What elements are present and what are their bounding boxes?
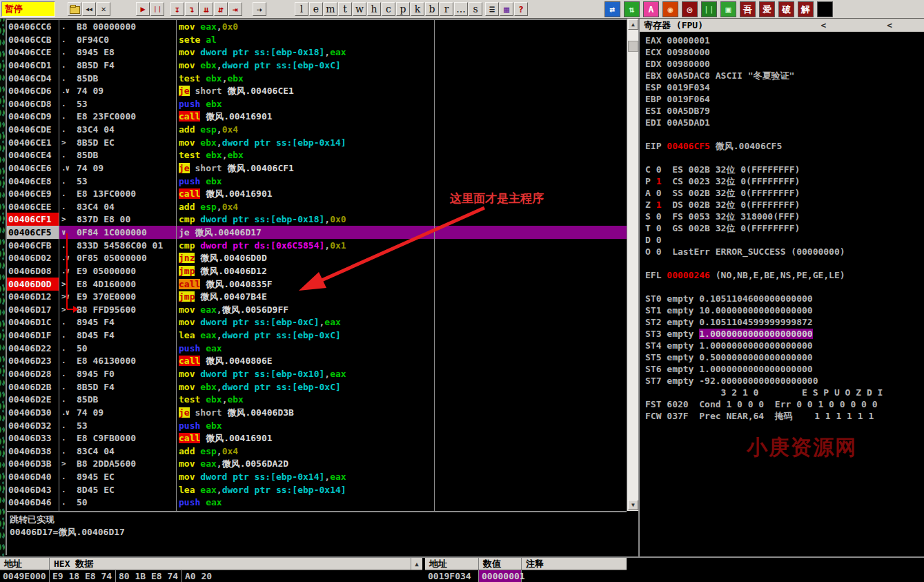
register-line[interactable]: S 0 FS 0053 32位 318000(FFF) — [645, 211, 800, 222]
disasm-row[interactable]: 00406D2B.8B5D F4mov ebx,dword ptr ss:[eb… — [7, 380, 627, 394]
disasm-row[interactable]: 00406D1F.8D45 F4lea eax,dword ptr ss:[eb… — [7, 329, 627, 342]
register-line[interactable]: ST7 empty -92.000000000000000000 — [645, 375, 818, 387]
column-separator[interactable] — [434, 20, 435, 511]
disasm-row[interactable]: 00406CD4.85DBtest ebx,ebx — [7, 72, 627, 85]
plugin-target-icon[interactable]: ◉ — [662, 1, 678, 17]
pause-icon[interactable]: ❘❘ — [150, 2, 164, 16]
windows-icon[interactable]: ▦ — [500, 2, 513, 16]
letter-button-dotdotdot[interactable]: ... — [454, 2, 468, 16]
register-line[interactable]: EFL 00000246 (NO,NB,E,BE,NS,PE,GE,LE) — [645, 269, 845, 281]
letter-button-r[interactable]: r — [440, 2, 453, 16]
letter-button-b[interactable]: b — [425, 2, 439, 16]
stack-row[interactable]: 0019F034 00000001 — [425, 570, 627, 582]
run-icon[interactable]: ▶ — [136, 2, 150, 16]
plugin-swap-icon[interactable]: ⇄ — [604, 1, 620, 17]
info-pane[interactable]: 跳转已实现 00406D17=微风.00406D17 — [6, 511, 627, 555]
register-line[interactable]: ST5 empty 0.5000000000000000000 — [645, 351, 813, 363]
letter-button-t[interactable]: t — [338, 2, 352, 16]
disasm-row[interactable]: 00406D32.53push ebx — [7, 419, 627, 432]
register-line[interactable]: FST 6020 Cond 1 0 0 0 Err 0 0 1 0 0 0 0 … — [645, 398, 878, 410]
dump-row[interactable]: 0049E000 E9 18 E8 74 80 1B E8 74 A0 20 — [0, 570, 422, 582]
disasm-row[interactable]: 00406CDE.83C4 04add esp,0x4 — [7, 123, 627, 136]
disasm-row[interactable]: 00406D46.50push eax — [7, 496, 627, 509]
plugin-columns-icon[interactable]: ❘❘ — [701, 1, 717, 17]
column-separator[interactable] — [59, 20, 59, 511]
disasm-row[interactable]: 00406CE1>8B5D ECmov ebx,dword ptr ss:[eb… — [7, 136, 627, 149]
disasm-scrollbar[interactable]: ▲ ▼ — [627, 19, 638, 511]
register-line[interactable]: Z 1 DS 002B 32位 0(FFFFFFFF) — [645, 199, 800, 211]
register-line[interactable]: ESP 0019F034 — [645, 81, 710, 93]
register-line[interactable]: A 0 SS 002B 32位 0(FFFFFFFF) — [645, 187, 800, 199]
letter-button-w[interactable]: w — [353, 2, 366, 16]
register-line[interactable]: FCW 037F Prec NEAR,64 掩码 1 1 1 1 1 1 — [645, 410, 874, 422]
disasm-row[interactable]: 00406CD6.∨74 09je short 微风.00406CE1 — [7, 84, 627, 97]
letter-button-h[interactable]: h — [367, 2, 381, 16]
disasm-row[interactable]: 00406CF5∨0F84 1C000000je 微风.00406D17 — [7, 226, 627, 239]
step-into-icon[interactable]: ↧ — [170, 2, 184, 16]
register-line[interactable]: EBP 0019F064 — [645, 93, 710, 105]
column-separator[interactable] — [176, 20, 177, 511]
register-line[interactable]: P 1 CS 0023 32位 0(FFFFFFFF) — [645, 175, 800, 187]
letter-button-m[interactable]: m — [324, 2, 337, 16]
disasm-row[interactable]: 00406D0D>E8 4D160000call 微风.0040835F — [7, 278, 627, 291]
restart-icon[interactable]: ◀◀ — [82, 2, 96, 16]
scroll-thumb[interactable] — [628, 41, 638, 52]
step-over-icon[interactable]: ↴ — [185, 2, 199, 16]
plugin-wu-icon[interactable]: 吾 — [740, 1, 756, 17]
disasm-row[interactable]: 00406D33.E8 C9FB0000call 微风.00416901 — [7, 431, 627, 445]
disasm-row[interactable]: 00406CD8.53push ebx — [7, 97, 627, 110]
disasm-row[interactable]: 00406CF1>837D E8 00cmp dword ptr ss:[ebp… — [7, 213, 627, 226]
letter-button-e[interactable]: e — [309, 2, 323, 16]
register-line[interactable]: ST1 empty 10.000000000000000000 — [645, 304, 813, 316]
disasm-row[interactable]: 00406CC6.B8 00000000mov eax,0x0 — [7, 20, 627, 33]
disasm-row[interactable]: 00406CE4.85DBtest ebx,ebx — [7, 148, 627, 162]
register-line[interactable]: T 0 GS 002B 32位 0(FFFFFFFF) — [645, 222, 800, 234]
register-line[interactable]: EDX 00980000 — [645, 58, 710, 70]
disasm-row[interactable]: 00406D12>∨E9 370E0000jmp 微风.00407B4E — [7, 290, 627, 303]
disasm-row[interactable]: 00406D2E.85DBtest ebx,ebx — [7, 393, 627, 406]
disasm-row[interactable]: 00406D17>B8 FFD95600mov eax,微风.0056D9FF — [7, 303, 627, 316]
disasm-row[interactable]: 00406D3B>B8 2DDA5600mov eax,微风.0056DA2D — [7, 457, 627, 470]
scroll-down-icon[interactable]: ▼ — [628, 500, 638, 510]
plugin-po-icon[interactable]: 破 — [778, 1, 794, 17]
plugin-window-icon[interactable]: ▣ — [720, 1, 736, 17]
letter-button-l[interactable]: l — [295, 2, 308, 16]
stack-value-header[interactable]: 数值 — [479, 558, 522, 570]
plugin-jie-icon[interactable]: 解 — [798, 1, 814, 17]
letter-button-s[interactable]: s — [469, 2, 482, 16]
scroll-up-icon[interactable]: ▲ — [628, 19, 638, 30]
disasm-row[interactable]: 00406D02.∨0F85 05000000jnz 微风.00406D0D — [7, 251, 627, 264]
register-line[interactable]: D 0 — [645, 234, 661, 246]
disasm-row[interactable]: 00406CD1.8B5D F4mov ebx,dword ptr ss:[eb… — [7, 59, 627, 72]
disasm-row[interactable]: 00406CD9.E8 23FC0000call 微风.00416901 — [7, 110, 627, 123]
plugin-rings-icon[interactable]: ◎ — [682, 1, 698, 17]
registers-pane[interactable]: 寄存器 (FPU) < < EAX 00000001ECX 00980000ED… — [638, 19, 924, 556]
plugin-a-icon[interactable]: A — [643, 1, 659, 17]
help-icon[interactable]: ? — [514, 2, 528, 16]
disasm-row[interactable]: 00406D43.8D45 EClea eax,dword ptr ss:[eb… — [7, 483, 627, 496]
register-line[interactable]: ECX 00980000 — [645, 46, 710, 58]
disasm-row[interactable]: 00406CE8.53push ebx — [7, 175, 627, 188]
plugin-black-icon[interactable] — [817, 1, 833, 17]
register-line[interactable]: O 0 LastErr ERROR_SUCCESS (00000000) — [645, 246, 845, 258]
register-line[interactable]: ST6 empty 1.0000000000000000000 — [645, 363, 813, 375]
disasm-row[interactable]: 00406D23.E8 46130000call 微风.0040806E — [7, 354, 627, 367]
dump-address-header[interactable]: 地址 — [0, 558, 50, 570]
dump-hex-header[interactable]: HEX 数据 — [50, 558, 93, 570]
collapse-icons[interactable]: < < — [821, 20, 920, 30]
close-icon[interactable]: ✕ — [97, 2, 110, 16]
disasm-row[interactable]: 00406D30.∨74 09je short 微风.00406D3B — [7, 406, 627, 419]
register-line[interactable]: ST4 empty 1.0000000000000000000 — [645, 340, 813, 351]
register-line[interactable]: EBX 00A5DAC8 ASCII "冬夏验证" — [645, 70, 794, 81]
animate-over-icon[interactable]: ⇵ — [214, 2, 228, 16]
plugin-arrows-icon[interactable]: ⇅ — [624, 1, 640, 17]
disasm-row[interactable]: 00406D1C.8945 F4mov dword ptr ss:[ebp-0x… — [7, 316, 627, 329]
letter-button-k[interactable]: k — [411, 2, 424, 16]
register-line[interactable]: ST3 empty 1.0000000000000000000 — [645, 328, 813, 340]
execute-till-user-icon[interactable]: ⇢ — [253, 2, 266, 16]
plugin-ai-icon[interactable]: 爱 — [759, 1, 775, 17]
disasm-row[interactable]: 00406D08.∨E9 05000000jmp 微风.00406D12 — [7, 264, 627, 278]
register-line[interactable]: ST2 empty 0.1051104599999999872 — [645, 316, 813, 328]
register-line[interactable]: C 0 ES 002B 32位 0(FFFFFFFF) — [645, 164, 800, 175]
disasm-row[interactable]: 00406CCE.8945 E8mov dword ptr ss:[ebp-0x… — [7, 46, 627, 59]
